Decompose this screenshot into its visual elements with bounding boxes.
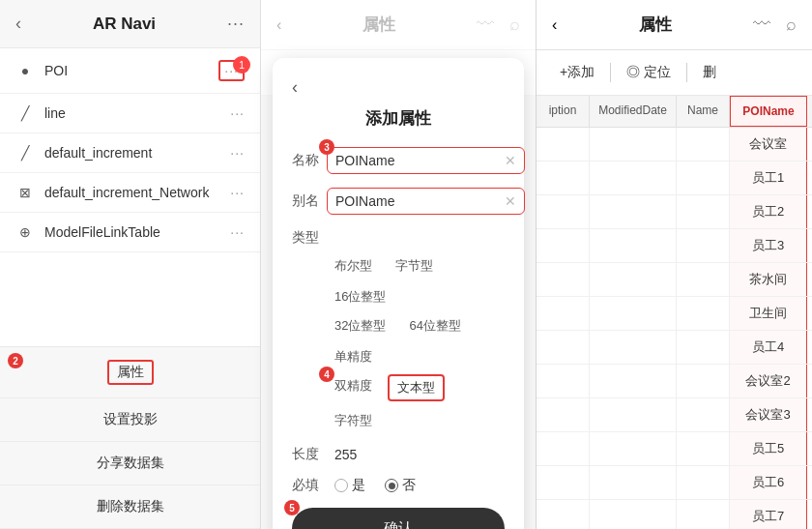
properties-badge: 2 (8, 353, 23, 368)
nav-list: ● POI ··· 1 ╱ line ··· ╱ default_increme… (0, 48, 260, 346)
table-cell (536, 229, 590, 262)
line-icon: ╱ (15, 105, 35, 121)
table-container: iption ModifiedDate Name POIName 会议室员工1员… (536, 96, 812, 529)
alias-label: 别名 (292, 192, 327, 210)
type-byte[interactable]: 字节型 (388, 254, 441, 278)
table-row[interactable]: 会议室3 (536, 398, 812, 432)
table-row[interactable]: 员工4 (536, 331, 812, 365)
table-row[interactable]: 员工3 (536, 229, 812, 263)
type-int32[interactable]: 32位整型 (327, 314, 393, 338)
default-network-icon: ⊠ (15, 185, 35, 200)
table-row[interactable]: 茶水间 (536, 263, 812, 297)
name-badge: 3 (319, 139, 334, 155)
table-cell: 员工1 (730, 162, 807, 194)
table-row[interactable]: 员工2 (536, 195, 812, 229)
table-cell (536, 432, 590, 465)
dialog-back-icon[interactable]: ‹ (292, 77, 505, 98)
table-cell (536, 263, 590, 296)
alias-input-wrap[interactable]: ✕ (327, 188, 525, 215)
confirm-button[interactable]: 确认 (292, 508, 505, 529)
poi-icon: ● (15, 63, 35, 78)
table-cell (590, 195, 677, 228)
alias-row: 别名 ✕ (292, 188, 505, 215)
default-network-label: default_increment_Network (44, 185, 230, 200)
radio-no[interactable]: 否 (385, 477, 416, 494)
nav-item-line[interactable]: ╱ line ··· (0, 94, 260, 133)
name-row: 3 名称 ✕ (292, 147, 505, 174)
right-locate-button[interactable]: ◎ 定位 (619, 60, 679, 85)
table-row[interactable]: 员工7 (536, 500, 812, 529)
nav-item-default-increment[interactable]: ╱ default_increment ··· (0, 133, 260, 173)
nav-item-poi[interactable]: ● POI ··· 1 (0, 48, 260, 94)
name-input[interactable] (335, 153, 505, 168)
table-cell (590, 162, 677, 194)
right-back-icon[interactable]: ‹ (552, 16, 557, 34)
right-header: ‹ 属性 〰 ⌕ (536, 0, 812, 50)
right-eye-icon[interactable]: 〰 (753, 15, 770, 35)
type-char[interactable]: 字符型 (327, 409, 380, 432)
type-single[interactable]: 单精度 (327, 345, 380, 368)
table-cell: 会议室 (730, 128, 807, 161)
name-input-wrap[interactable]: ✕ (327, 147, 525, 174)
default-network-dots[interactable]: ··· (230, 185, 245, 200)
panel-mid: ‹ 属性 〰 ⌕ +添加 ◎ 定位 删 ‹ 添加属性 3 名称 ✕ (261, 0, 536, 529)
type-row-1: 布尔型 字节型 16位整型 (327, 254, 505, 309)
model-file-dots[interactable]: ··· (230, 224, 245, 240)
right-add-button[interactable]: +添加 (552, 60, 602, 85)
type-int16[interactable]: 16位整型 (327, 285, 393, 309)
table-cell (677, 162, 730, 194)
bottom-item-share-dataset[interactable]: 分享数据集 (0, 442, 260, 485)
line-dots[interactable]: ··· (230, 105, 245, 121)
table-cell (536, 162, 590, 194)
table-row[interactable]: 会议室 (536, 128, 812, 162)
name-label: 名称 (292, 152, 327, 169)
table-cell (677, 398, 730, 431)
table-cell (590, 500, 677, 529)
radio-yes-circle (334, 479, 348, 492)
table-cell: 卫生间 (730, 297, 807, 330)
dialog-overlay: ‹ 添加属性 3 名称 ✕ 别名 ✕ 类型 (261, 0, 536, 529)
alias-input[interactable] (335, 193, 505, 209)
table-row[interactable]: 员工6 (536, 466, 812, 500)
right-title: 属性 (639, 14, 672, 36)
type-bool[interactable]: 布尔型 (327, 254, 380, 278)
bottom-item-properties[interactable]: 2 属性 (0, 347, 260, 398)
bottom-menu: 2 属性 设置投影 分享数据集 删除数据集 (0, 346, 260, 529)
table-row[interactable]: 会议室2 (536, 365, 812, 398)
name-clear-icon[interactable]: ✕ (505, 153, 516, 168)
bottom-item-set-projection[interactable]: 设置投影 (0, 398, 260, 442)
right-delete-button[interactable]: 删 (695, 60, 724, 85)
radio-yes[interactable]: 是 (334, 477, 365, 494)
right-divider-1 (610, 63, 611, 82)
table-row[interactable]: 卫生间 (536, 297, 812, 331)
table-cell (677, 195, 730, 228)
bottom-item-delete-dataset[interactable]: 删除数据集 (0, 485, 260, 529)
default-increment-dots[interactable]: ··· (230, 145, 245, 161)
type-int64[interactable]: 64位整型 (401, 314, 468, 338)
type-double[interactable]: 双精度 (327, 374, 380, 401)
back-icon[interactable]: ‹ (15, 14, 21, 34)
right-search-icon[interactable]: ⌕ (786, 15, 797, 35)
model-file-label: ModelFileLinkTable (44, 224, 230, 240)
radio-no-label: 否 (402, 477, 416, 494)
table-row[interactable]: 员工1 (536, 162, 812, 195)
table-cell (590, 229, 677, 262)
type-badge: 4 (319, 367, 334, 382)
th-poi-name: POIName (730, 96, 807, 127)
length-row: 长度 255 (292, 446, 505, 463)
properties-label: 属性 (107, 360, 154, 385)
alias-clear-icon[interactable]: ✕ (505, 193, 516, 209)
nav-item-default-network[interactable]: ⊠ default_increment_Network ··· (0, 173, 260, 213)
type-text[interactable]: 文本型 (388, 374, 445, 401)
table-row[interactable]: 员工5 (536, 432, 812, 466)
type-row-3: 4 双精度 文本型 字符型 (327, 374, 505, 432)
table-cell (536, 365, 590, 397)
table-cell (677, 331, 730, 364)
table-cell (677, 500, 730, 529)
left-header: ‹ AR Navi ··· (0, 0, 260, 48)
table-header: iption ModifiedDate Name POIName (536, 96, 812, 128)
confirm-badge: 5 (284, 500, 300, 515)
nav-item-model-file[interactable]: ⊕ ModelFileLinkTable ··· (0, 213, 260, 252)
right-divider-2 (686, 63, 687, 82)
more-icon[interactable]: ··· (227, 14, 245, 34)
